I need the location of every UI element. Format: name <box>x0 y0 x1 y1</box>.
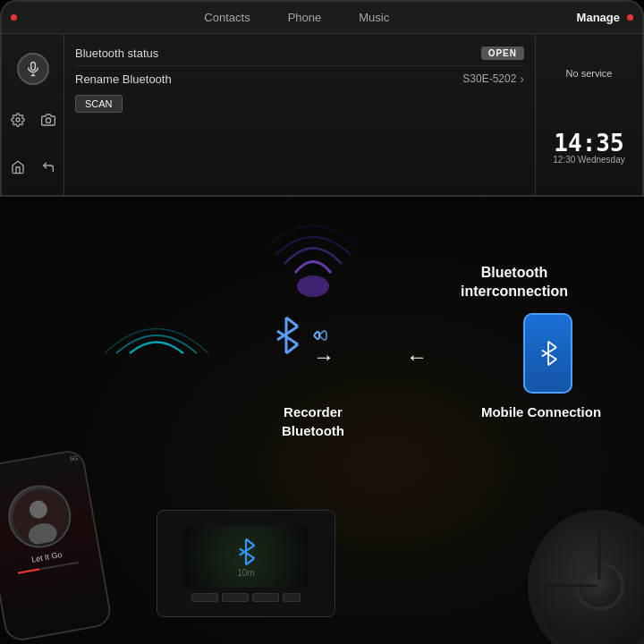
scan-button[interactable]: SCAN <box>75 95 123 113</box>
arrow-left-icon: ← <box>406 344 428 369</box>
purple-waves <box>259 215 367 304</box>
dash-ui: Contacts Phone Music Manage <box>0 0 644 197</box>
gear-icon[interactable] <box>5 107 30 132</box>
mic-button[interactable] <box>17 53 49 85</box>
clock-time: 14:35 <box>553 131 624 155</box>
cyan-waves <box>103 304 210 394</box>
tab-music[interactable]: Music <box>353 7 394 28</box>
interconnect-text: Bluetoothinterconnection <box>461 264 568 301</box>
mobile-conn-label: Mobile Connection <box>479 402 604 421</box>
main-content: Bluetooth status OPEN Rename Bluetooth S… <box>64 34 535 195</box>
arrow-right-icon: → <box>313 344 335 369</box>
rename-bluetooth-label: Rename Bluetooth <box>75 72 172 86</box>
svg-rect-0 <box>30 62 35 70</box>
nav-tabs: Contacts Phone Music <box>17 7 577 28</box>
svg-line-12 <box>548 342 556 348</box>
arrows-row: → ← <box>313 344 428 369</box>
nav-right: Manage <box>577 11 633 24</box>
open-badge: OPEN <box>481 47 524 60</box>
mobile-conn-text: Mobile Connection <box>479 402 604 421</box>
dot-red-left <box>11 14 17 21</box>
distance-label: 10m <box>237 568 254 578</box>
album-art <box>4 480 76 553</box>
tab-contacts[interactable]: Contacts <box>199 7 255 28</box>
clock-box: 14:35 12:30 Wednesday <box>553 131 624 165</box>
bluetooth-status-label: Bluetooth status <box>75 47 158 60</box>
phone-icon <box>523 313 572 394</box>
interconnect-label: Bluetoothinterconnection <box>461 264 568 301</box>
tab-phone[interactable]: Phone <box>283 7 327 28</box>
dot-red-right <box>627 14 633 21</box>
rename-bluetooth-value: S30E-5202 › <box>462 72 524 86</box>
clock-date: 12:30 Wednesday <box>553 155 624 165</box>
recorder-bt-label: Recorder Bluetooth <box>255 402 371 440</box>
svg-line-14 <box>548 360 556 366</box>
svg-line-7 <box>286 318 298 326</box>
nav-bar: Contacts Phone Music Manage <box>2 2 642 34</box>
svg-point-3 <box>16 118 20 122</box>
car-unit-screen: 10m <box>183 525 309 588</box>
tab-manage[interactable]: Manage <box>577 11 620 24</box>
svg-line-9 <box>286 344 298 353</box>
no-service-label: No service <box>566 68 613 79</box>
bluetooth-status-row: Bluetooth status OPEN <box>75 41 524 66</box>
sidebar-mid-row <box>5 107 61 132</box>
marketing-section: → ← Bluetoothinterconnection Recorder Bl… <box>0 197 644 644</box>
svg-point-5 <box>297 275 329 297</box>
svg-point-4 <box>46 118 50 123</box>
recorder-bt-text: Recorder Bluetooth <box>255 402 371 440</box>
rename-bluetooth-row[interactable]: Rename Bluetooth S30E-5202 › <box>75 66 524 91</box>
scan-button-wrapper: SCAN <box>75 91 524 113</box>
sidebar-icons <box>2 34 64 197</box>
right-status: No service 14:35 12:30 Wednesday <box>535 34 642 197</box>
chevron-icon: › <box>520 72 524 86</box>
sidebar-bottom-row <box>5 155 61 180</box>
car-unit: 10m <box>157 510 335 617</box>
song-title: Let It Go <box>30 550 63 564</box>
home-icon[interactable] <box>5 155 30 180</box>
back-icon[interactable] <box>36 155 61 180</box>
camera-icon[interactable] <box>36 107 61 132</box>
